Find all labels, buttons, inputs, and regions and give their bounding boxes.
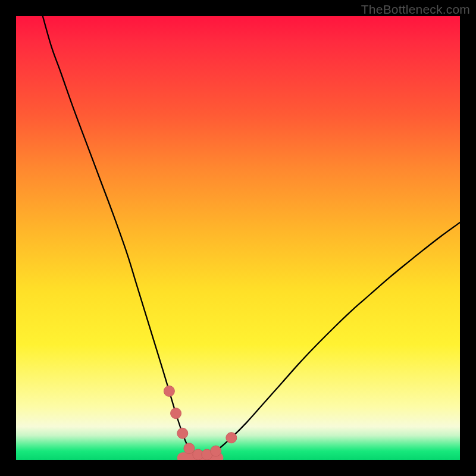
- curve-markers: [16, 16, 460, 460]
- curve-marker-dot: [164, 386, 174, 396]
- curve-marker-dot: [226, 433, 237, 443]
- plot-area: [16, 16, 460, 460]
- curve-marker-dot: [171, 408, 181, 419]
- curve-marker-dot: [184, 443, 195, 454]
- curve-marker-dot: [211, 446, 221, 456]
- curve-marker-dot: [177, 428, 188, 439]
- watermark-text: TheBottleneck.com: [361, 2, 470, 17]
- chart-root: TheBottleneck.com: [0, 0, 476, 476]
